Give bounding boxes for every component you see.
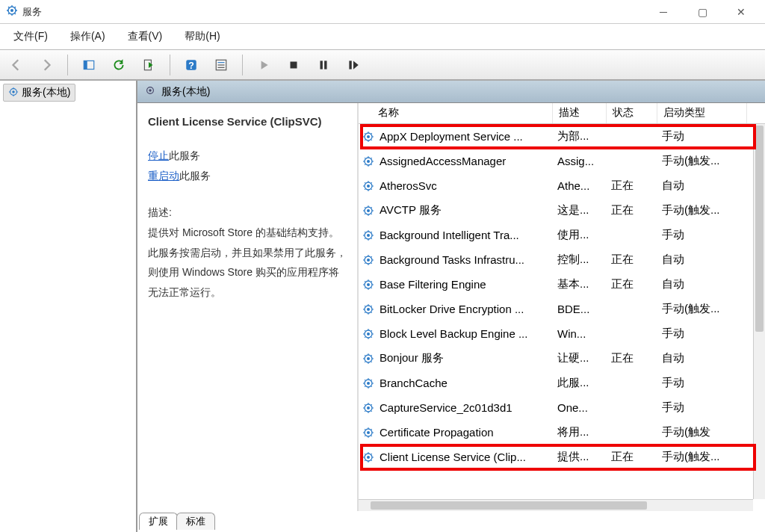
cell-startup: 手动(触发...	[657, 203, 747, 217]
svg-point-40	[367, 382, 370, 385]
table-row[interactable]: AVCTP 服务这是...正在手动(触发...	[359, 198, 765, 223]
show-hide-button[interactable]	[78, 55, 99, 75]
tree-node-label: 服务(本地)	[22, 86, 70, 99]
cell-startup: 手动	[657, 228, 747, 242]
content-header: 服务(本地)	[137, 81, 765, 103]
table-row[interactable]: Bonjour 服务让硬...正在自动	[359, 346, 765, 371]
col-status[interactable]: 状态	[607, 103, 657, 123]
tree-node-services-local[interactable]: 服务(本地)	[3, 84, 75, 102]
cell-description: One...	[553, 401, 607, 414]
menu-file[interactable]: 文件(F)	[9, 27, 52, 46]
close-button[interactable]: ✕	[734, 6, 749, 18]
list-rows: AppX Deployment Service ...为部...手动Assign…	[359, 124, 765, 469]
cell-description: 让硬...	[553, 351, 607, 365]
restart-service-button[interactable]	[343, 55, 364, 75]
svg-point-42	[367, 406, 370, 409]
service-row-icon	[359, 155, 375, 167]
services-app-icon	[6, 4, 18, 19]
cell-name: Background Tasks Infrastru...	[375, 253, 553, 266]
cell-description: Athe...	[553, 179, 607, 192]
table-row[interactable]: BitLocker Drive Encryption ...BDE...手动(触…	[359, 297, 765, 321]
cell-status: 正在	[607, 179, 657, 193]
cell-name: Client License Service (Clip...	[375, 451, 553, 463]
svg-point-26	[367, 209, 370, 212]
bottom-tabs: 扩展 标准	[137, 513, 765, 532]
service-row-icon	[359, 353, 375, 365]
svg-point-32	[367, 283, 370, 286]
svg-rect-14	[349, 61, 351, 69]
svg-point-30	[367, 259, 370, 262]
cell-startup: 手动	[657, 327, 747, 341]
col-startup[interactable]: 启动类型	[657, 103, 747, 123]
cell-startup: 手动(触发...	[657, 450, 747, 464]
horizontal-scrollbar[interactable]	[359, 499, 753, 511]
menu-help[interactable]: 帮助(H)	[180, 27, 224, 46]
vertical-scrollbar[interactable]	[753, 124, 765, 499]
svg-rect-13	[324, 61, 326, 69]
menu-action[interactable]: 操作(A)	[66, 27, 110, 46]
tree-panel: 服务(本地)	[0, 81, 137, 532]
cell-description: 此服...	[553, 376, 607, 390]
table-row[interactable]: AssignedAccessManagerAssig...手动(触发...	[359, 149, 765, 173]
table-row[interactable]: Certificate Propagation将用...手动(触发	[359, 420, 765, 445]
cell-startup: 自动	[657, 277, 747, 291]
tab-standard[interactable]: 标准	[176, 513, 215, 530]
window-title: 服务	[22, 5, 42, 19]
restart-service-link[interactable]: 重启动	[148, 170, 179, 182]
help-button[interactable]: ?	[181, 55, 202, 75]
tab-extended[interactable]: 扩展	[139, 513, 178, 530]
table-row[interactable]: Background Intelligent Tra...使用...手动	[359, 223, 765, 247]
table-row[interactable]: AtherosSvcAthe...正在自动	[359, 173, 765, 198]
table-row[interactable]: Client License Service (Clip...提供...正在手动…	[359, 445, 765, 469]
cell-name: BitLocker Drive Encryption ...	[375, 303, 553, 315]
detail-panel: Client License Service (ClipSVC) 停止此服务 重…	[137, 103, 359, 511]
cell-description: Assig...	[553, 155, 607, 167]
cell-description: BDE...	[553, 303, 607, 315]
description-label: 描述:	[148, 206, 347, 220]
stop-service-link[interactable]: 停止	[148, 149, 169, 161]
service-row-icon	[359, 377, 375, 389]
table-row[interactable]: BranchCache此服...手动	[359, 371, 765, 395]
forward-button[interactable]	[36, 55, 57, 75]
svg-point-36	[367, 332, 370, 335]
selected-service-title: Client License Service (ClipSVC)	[148, 115, 347, 128]
cell-description: 使用...	[553, 228, 607, 242]
col-description[interactable]: 描述	[553, 103, 607, 123]
cell-description: 控制...	[553, 253, 607, 267]
cell-name: BranchCache	[375, 377, 553, 389]
svg-rect-3	[84, 61, 87, 69]
stop-service-button[interactable]	[283, 55, 304, 75]
table-row[interactable]: CaptureService_2c01d3d1One...手动	[359, 395, 765, 420]
back-button[interactable]	[6, 55, 27, 75]
col-name[interactable]: 名称	[359, 103, 553, 123]
export-button[interactable]	[138, 55, 159, 75]
table-row[interactable]: Base Filtering Engine基本...正在自动	[359, 272, 765, 297]
restart-suffix: 此服务	[179, 170, 211, 182]
refresh-button[interactable]	[108, 55, 129, 75]
svg-point-16	[12, 90, 15, 93]
cell-status: 正在	[607, 277, 657, 291]
service-row-icon	[359, 205, 375, 217]
svg-point-46	[367, 456, 370, 459]
cell-description: 这是...	[553, 203, 607, 217]
table-row[interactable]: Background Tasks Infrastru...控制...正在自动	[359, 247, 765, 272]
cell-status: 正在	[607, 203, 657, 217]
table-row[interactable]: AppX Deployment Service ...为部...手动	[359, 124, 765, 149]
cell-name: Base Filtering Engine	[375, 278, 553, 291]
description-text: 提供对 Microsoft Store 的基础结构支持。此服务按需启动，并且如果…	[148, 223, 347, 302]
properties-button[interactable]	[211, 55, 232, 75]
menubar: 文件(F) 操作(A) 查看(V) 帮助(H)	[0, 24, 765, 49]
menu-view[interactable]: 查看(V)	[123, 27, 167, 46]
cell-name: Bonjour 服务	[375, 351, 553, 365]
service-row-icon	[359, 328, 375, 340]
gear-icon	[145, 85, 155, 98]
svg-point-28	[367, 234, 370, 237]
minimize-button[interactable]: ─	[656, 6, 671, 18]
service-row-icon	[359, 254, 375, 266]
maximize-button[interactable]: ▢	[695, 6, 710, 18]
svg-text:?: ?	[188, 60, 194, 70]
cell-startup: 手动	[657, 376, 747, 390]
pause-service-button[interactable]	[313, 55, 334, 75]
start-service-button[interactable]	[253, 55, 274, 75]
table-row[interactable]: Block Level Backup Engine ...Win...手动	[359, 321, 765, 346]
